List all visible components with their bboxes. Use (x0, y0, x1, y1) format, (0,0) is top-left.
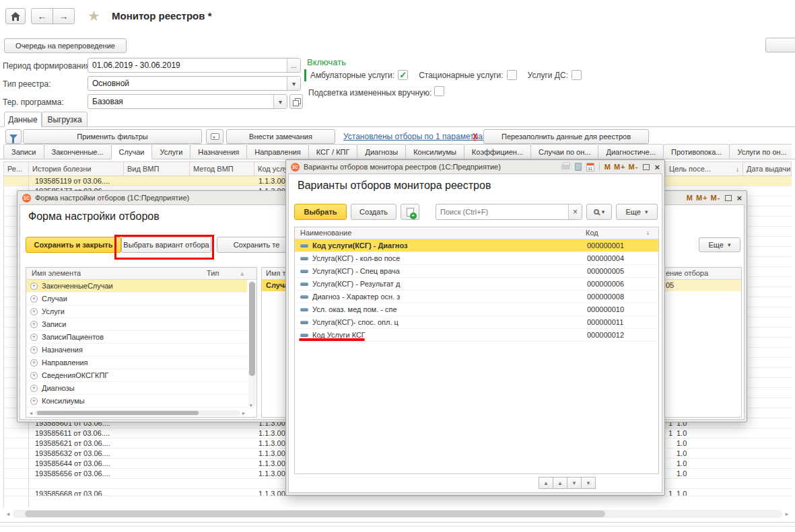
filter-icon-button[interactable] (5, 129, 22, 144)
col-vmp-type[interactable]: Вид ВМП (124, 162, 190, 176)
period-input[interactable]: 01.06.2019 - 30.06.2019 ... (88, 58, 301, 73)
tab-upload[interactable]: Выгрузка (42, 112, 88, 127)
scale-buttons[interactable]: M M+ M- (604, 163, 639, 171)
tree-item[interactable]: +ЗаконченныеСлучаи (26, 280, 247, 293)
go-down-button[interactable]: ▼ (567, 477, 582, 489)
col-re[interactable]: Ре... (4, 162, 29, 176)
save-close-button[interactable]: Сохранить и закрыть (26, 237, 121, 253)
registry-type-select[interactable]: Основной ▾ (88, 76, 301, 91)
data-tab[interactable]: Услуги по он... (729, 144, 792, 159)
calendar-icon[interactable]: 31 (586, 163, 594, 172)
variant-row[interactable]: Услуга(КСГ) - кол-во посе000000004 (295, 252, 658, 265)
expand-icon[interactable]: + (30, 295, 38, 303)
period-more-button[interactable]: ... (287, 59, 300, 72)
data-tab[interactable]: Записи (3, 144, 44, 159)
create-by-copy-button[interactable] (401, 204, 419, 220)
apply-filters-button[interactable]: Применить фильтры (23, 129, 202, 144)
variant-row[interactable]: Услуга(КСГ)- спос. опл. ц000000011 (295, 316, 658, 329)
remarks-icon-button[interactable] (206, 129, 223, 144)
expand-icon[interactable]: + (30, 385, 38, 392)
go-first-button[interactable]: ▲ (539, 477, 553, 489)
data-tab[interactable]: Диагнозы (357, 144, 406, 159)
expand-icon[interactable]: + (30, 397, 38, 405)
variants-titlebar[interactable]: 1С Варианты отборов монитора реестров (1… (286, 160, 664, 174)
tab-data[interactable]: Данные (4, 112, 42, 127)
data-tab[interactable]: Консилиумы (405, 144, 464, 159)
printer-icon[interactable] (561, 164, 570, 169)
back-button[interactable]: ← (31, 8, 53, 24)
select-button[interactable]: Выбрать (294, 204, 347, 220)
scroll-right-icon[interactable]: ▸ (782, 510, 792, 517)
expand-icon[interactable]: + (30, 334, 38, 341)
variant-row[interactable]: Услуга(КСГ) - Спец врача000000005 (295, 265, 658, 278)
go-up-button[interactable]: ▲ (553, 477, 567, 489)
scroll-left-icon[interactable]: ◂ (3, 510, 13, 517)
tree-item[interactable]: +Случаи (26, 293, 247, 305)
tree-hscrollbar[interactable]: ◂ ▸ (28, 410, 247, 416)
tree-item[interactable]: +Направления (26, 356, 247, 369)
form-more-button[interactable]: Еще ▾ (699, 237, 740, 252)
search-box[interactable]: × (436, 204, 582, 220)
favorite-star-icon[interactable]: ★ (88, 9, 100, 23)
data-tab[interactable]: КСГ / КПГ (308, 144, 358, 159)
scrollbar-track[interactable] (13, 510, 782, 518)
search-input[interactable] (436, 208, 568, 216)
create-button[interactable]: Создать (351, 204, 396, 220)
filters-set-link[interactable]: Установлены отборы по 1 параметрам (343, 132, 488, 141)
data-tab[interactable]: Услуги (151, 144, 191, 159)
search-options-button[interactable]: ▾ (586, 204, 612, 220)
registry-type-dropdown-icon[interactable]: ▾ (287, 77, 300, 90)
data-tab[interactable]: Направления (246, 144, 309, 159)
tree-item[interactable]: +Назначения (26, 344, 247, 356)
clear-filters-link[interactable]: X (473, 132, 478, 141)
ter-program-dropdown-icon[interactable]: ▾ (273, 95, 287, 108)
variant-row[interactable]: Услуга(КСГ) - Результат д000000006 (295, 278, 658, 291)
table-hscrollbar[interactable]: ◂ ▸ (3, 509, 792, 518)
expand-icon[interactable]: + (30, 282, 38, 290)
expand-icon[interactable]: + (30, 359, 38, 367)
data-tab[interactable]: Случаи (111, 144, 153, 159)
search-clear-icon[interactable]: × (568, 204, 582, 219)
maximize-icon[interactable] (725, 195, 732, 201)
queue-button[interactable]: Очередь на перепроведение (4, 38, 127, 53)
data-tab[interactable]: Законченные... (44, 144, 112, 159)
scrollbar-thumb[interactable] (25, 510, 605, 517)
tree-item[interactable]: +Диагнозы (26, 382, 247, 395)
maximize-icon[interactable] (643, 164, 650, 170)
close-icon[interactable]: × (736, 194, 742, 202)
tree-header[interactable]: Имя элемента Тип ▴ (26, 268, 256, 280)
variant-row[interactable]: Усл. оказ. мед пом. - спе000000010 (295, 303, 658, 316)
scale-buttons[interactable]: M M+ M- (687, 194, 721, 202)
partial-right-button[interactable] (765, 38, 795, 52)
tree-item[interactable]: +Записи (26, 318, 247, 331)
variant-row[interactable]: Диагноз - Характер осн. з000000008 (295, 291, 658, 303)
scroll-down-icon[interactable]: ▾ (250, 403, 252, 408)
col-vmp-method[interactable]: Метод ВМП (190, 162, 254, 176)
tree-vscroll-thumb[interactable] (249, 282, 255, 376)
tree-scroll-left-icon[interactable]: ◂ (28, 410, 34, 416)
ter-program-open-button[interactable] (289, 94, 303, 109)
save-current-button[interactable]: Сохранить те (217, 237, 296, 253)
tree-scroll-right-icon[interactable]: ▸ (240, 410, 247, 416)
refill-button[interactable]: Перезаполнить данные для реестров (483, 129, 649, 144)
go-last-button[interactable]: ▼ (581, 477, 596, 489)
tree-item[interactable]: +ЗаписиПациентов (26, 331, 247, 344)
data-tab[interactable]: Диагностиче... (598, 144, 664, 159)
data-tab[interactable]: Случаи по он... (530, 144, 598, 159)
tree-item[interactable]: +СведенияОКСГКПГ (26, 369, 247, 382)
include-checkbox[interactable] (507, 70, 517, 80)
col-history[interactable]: История болезни (29, 162, 124, 176)
data-tab[interactable]: Противопока... (663, 144, 730, 159)
variant-row[interactable]: Код услуги(КСГ) - Диагноз000000001 (295, 239, 658, 252)
tree-item[interactable]: +Консилиумы (26, 395, 247, 408)
expand-icon[interactable]: + (30, 372, 38, 379)
ter-program-select[interactable]: Базовая ▾ (88, 94, 287, 109)
tree-item[interactable]: +Услуги (26, 305, 247, 318)
expand-icon[interactable]: + (30, 321, 38, 328)
col-visit-goal[interactable]: Цель посе...↓ (666, 162, 743, 176)
data-tab[interactable]: Коэффициен... (464, 144, 531, 159)
highlight-checkbox[interactable] (434, 86, 444, 96)
col-ticket-date[interactable]: Дата выдачи тал... (743, 162, 791, 176)
include-checkbox[interactable]: ✓ (398, 70, 408, 80)
variants-list-header[interactable]: Наименование Код ↓ (295, 227, 658, 239)
